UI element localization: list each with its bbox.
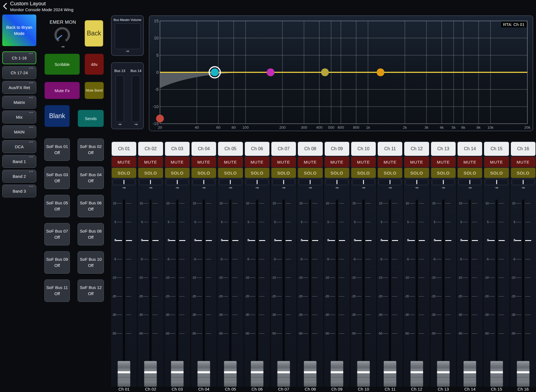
- mute-button[interactable]: MUTE: [218, 157, 243, 167]
- sends-button[interactable]: Sends: [78, 110, 104, 127]
- channel-select-button[interactable]: Ch 06: [245, 142, 269, 156]
- sof-bus-06-button[interactable]: SoF Bus 06Off: [78, 195, 104, 217]
- fader-track[interactable]: [442, 200, 444, 387]
- pan-control[interactable]: [326, 179, 348, 185]
- mute-button[interactable]: MUTE: [404, 157, 429, 167]
- pan-control[interactable]: [352, 179, 375, 185]
- fader-handle[interactable]: [118, 361, 130, 387]
- channel-select-button[interactable]: Ch 02: [138, 142, 163, 156]
- fader-handle[interactable]: [198, 361, 210, 387]
- solo-button[interactable]: SOLO: [271, 168, 296, 178]
- channel-select-button[interactable]: Ch 09: [325, 142, 349, 156]
- sidebar-item-ch-17-24[interactable]: •••Ch 17-24: [2, 66, 36, 79]
- channel-select-button[interactable]: Ch 05: [218, 142, 243, 156]
- fader-handle[interactable]: [464, 361, 476, 387]
- solo-button[interactable]: SOLO: [298, 168, 322, 178]
- fader-handle[interactable]: [171, 361, 183, 387]
- fader-handle[interactable]: [410, 361, 423, 387]
- fader-handle[interactable]: [384, 361, 396, 387]
- sof-bus-05-button[interactable]: SoF Bus 05Off: [44, 195, 70, 217]
- eq-plot[interactable]: 204060801002003004005006008001k2k3k4k5k6…: [149, 16, 533, 131]
- fader-handle[interactable]: [304, 361, 317, 387]
- sidebar-item-band-3[interactable]: •••Band 3: [2, 185, 36, 197]
- fader-handle[interactable]: [517, 361, 529, 387]
- back-button[interactable]: Back: [85, 20, 103, 47]
- sof-bus-12-button[interactable]: SoF Bus 12Off: [78, 279, 104, 302]
- mute-band-button[interactable]: Mute Band: [85, 82, 104, 99]
- mute-button[interactable]: MUTE: [325, 157, 349, 167]
- channel-select-button[interactable]: Ch 07: [271, 142, 296, 156]
- solo-button[interactable]: SOLO: [165, 168, 190, 178]
- mute-button[interactable]: MUTE: [351, 157, 376, 167]
- channel-select-button[interactable]: Ch 10: [351, 142, 376, 156]
- solo-button[interactable]: SOLO: [218, 168, 243, 178]
- solo-button[interactable]: SOLO: [511, 168, 535, 178]
- mute-button[interactable]: MUTE: [458, 157, 482, 167]
- channel-select-button[interactable]: Ch 12: [404, 142, 429, 156]
- sidebar-item-dca[interactable]: •••DCA: [2, 140, 36, 153]
- fader-track[interactable]: [416, 200, 418, 387]
- pan-control[interactable]: [139, 179, 162, 185]
- sidebar-item-band-1[interactable]: •••Band 1: [2, 155, 36, 168]
- fader-track[interactable]: [123, 200, 125, 387]
- mute-button[interactable]: MUTE: [112, 157, 136, 167]
- channel-select-button[interactable]: Ch 15: [484, 142, 509, 156]
- sidebar-item-ch-1-16[interactable]: •••Ch 1-16: [2, 51, 36, 64]
- pan-control[interactable]: [166, 179, 189, 185]
- pan-control[interactable]: [299, 179, 322, 185]
- pan-control[interactable]: [405, 179, 428, 185]
- fader-handle[interactable]: [251, 361, 263, 387]
- mute-button[interactable]: MUTE: [378, 157, 402, 167]
- fader-track[interactable]: [229, 200, 231, 387]
- mute-button[interactable]: MUTE: [245, 157, 269, 167]
- mute-button[interactable]: MUTE: [511, 157, 535, 167]
- solo-button[interactable]: SOLO: [138, 168, 163, 178]
- bus-14-meter[interactable]: [132, 75, 140, 122]
- fader-handle[interactable]: [277, 361, 290, 387]
- fader-track[interactable]: [283, 200, 285, 387]
- pan-control[interactable]: [485, 179, 508, 185]
- channel-select-button[interactable]: Ch 13: [431, 142, 456, 156]
- channel-select-button[interactable]: Ch 08: [298, 142, 322, 156]
- channel-select-button[interactable]: Ch 01: [112, 142, 136, 156]
- sidebar-item-main[interactable]: •••MAIN: [2, 125, 36, 138]
- back-chevron-icon[interactable]: [2, 3, 8, 10]
- channel-select-button[interactable]: Ch 16: [511, 142, 535, 156]
- bus-master-volume-meter[interactable]: [115, 23, 141, 49]
- eq-band-handle-low-cut[interactable]: [156, 115, 164, 123]
- fader-track[interactable]: [469, 200, 471, 387]
- sidebar-item-aux-fx-ret[interactable]: •••Aux/FX Ret: [2, 81, 36, 94]
- mute-button[interactable]: MUTE: [271, 157, 296, 167]
- pan-control[interactable]: [272, 179, 295, 185]
- fader-track[interactable]: [362, 200, 364, 387]
- sof-bus-02-button[interactable]: SoF Bus 02Off: [78, 138, 104, 161]
- channel-select-button[interactable]: Ch 03: [165, 142, 190, 156]
- solo-button[interactable]: SOLO: [404, 168, 429, 178]
- channel-select-button[interactable]: Ch 14: [458, 142, 482, 156]
- pan-control[interactable]: [458, 179, 481, 185]
- fader-handle[interactable]: [144, 361, 157, 387]
- eq-band-handle-band-3[interactable]: [321, 68, 329, 76]
- fader-track[interactable]: [496, 200, 497, 387]
- solo-button[interactable]: SOLO: [484, 168, 509, 178]
- mute-button[interactable]: MUTE: [431, 157, 456, 167]
- sidebar-item-mix[interactable]: •••Mix: [2, 111, 36, 123]
- fader-track[interactable]: [203, 200, 205, 387]
- solo-button[interactable]: SOLO: [431, 168, 456, 178]
- pan-control[interactable]: [192, 179, 215, 185]
- fader-handle[interactable]: [490, 361, 503, 387]
- pan-control[interactable]: [219, 179, 242, 185]
- mute-button[interactable]: MUTE: [138, 157, 163, 167]
- fader-track[interactable]: [336, 200, 338, 387]
- solo-button[interactable]: SOLO: [351, 168, 376, 178]
- sidebar-item-band-2[interactable]: •••Band 2: [2, 170, 36, 183]
- sof-bus-03-button[interactable]: SoF Bus 03Off: [44, 167, 70, 189]
- fader-track[interactable]: [309, 200, 311, 387]
- eq-band-handle-band-4[interactable]: [377, 68, 384, 76]
- bus-13-meter[interactable]: [116, 75, 124, 122]
- solo-button[interactable]: SOLO: [325, 168, 349, 178]
- sof-bus-07-button[interactable]: SoF Bus 07Off: [44, 223, 70, 245]
- sof-bus-10-button[interactable]: SoF Bus 10Off: [78, 251, 104, 274]
- pan-control[interactable]: [113, 179, 135, 185]
- back-to-bryan-mode-button[interactable]: Back to Bryan Mode: [2, 15, 36, 46]
